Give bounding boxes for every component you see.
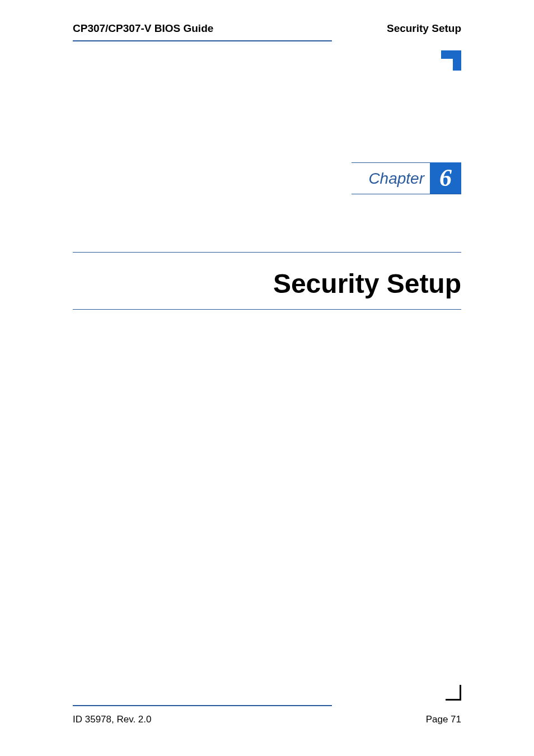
footer-left-text: ID 35978, Rev. 2.0 [73,714,152,725]
page-title: Security Setup [73,253,461,309]
header-rule [73,40,332,41]
header-right-text: Security Setup [387,22,461,35]
page-footer: ID 35978, Rev. 2.0 Page 71 [73,705,461,725]
title-rule-bottom [73,309,461,310]
chapter-number-box: 6 [430,162,461,194]
chapter-number: 6 [439,166,452,190]
title-block: Security Setup [73,252,461,310]
header-left-text: CP307/CP307-V BIOS Guide [73,22,213,35]
footer-rule [73,705,332,706]
chapter-rule-bottom [352,194,461,194]
footer-text: ID 35978, Rev. 2.0 Page 71 [73,714,461,725]
document-page: CP307/CP307-V BIOS Guide Security Setup … [0,0,534,756]
footer-corner-icon [446,685,461,703]
corner-mark-icon [441,50,461,71]
chapter-label-wrap: Chapter [352,162,430,194]
footer-right-text: Page 71 [426,714,461,725]
chapter-block: Chapter 6 [352,162,461,194]
page-header: CP307/CP307-V BIOS Guide Security Setup [73,22,461,35]
chapter-label: Chapter [352,163,430,189]
